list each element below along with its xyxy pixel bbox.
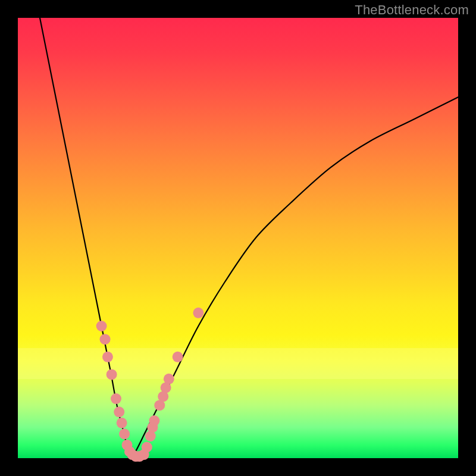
chart-frame: TheBottleneck.com — [0, 0, 476, 476]
data-point — [114, 406, 124, 417]
data-point — [164, 374, 174, 384]
curve-left — [40, 18, 131, 458]
scatter-points — [96, 308, 204, 462]
data-point — [111, 393, 121, 404]
data-point — [96, 321, 107, 331]
curve-layer — [18, 18, 458, 458]
watermark-text: TheBottleneck.com — [355, 2, 469, 18]
data-point — [100, 334, 111, 345]
data-point — [117, 418, 127, 428]
data-point — [107, 369, 117, 380]
data-point — [142, 442, 152, 453]
data-point — [119, 428, 130, 439]
data-point — [193, 308, 203, 318]
plot-area — [18, 18, 458, 458]
data-point — [173, 352, 183, 362]
data-point — [102, 352, 113, 362]
data-point — [149, 415, 159, 426]
curve-right — [131, 97, 458, 458]
